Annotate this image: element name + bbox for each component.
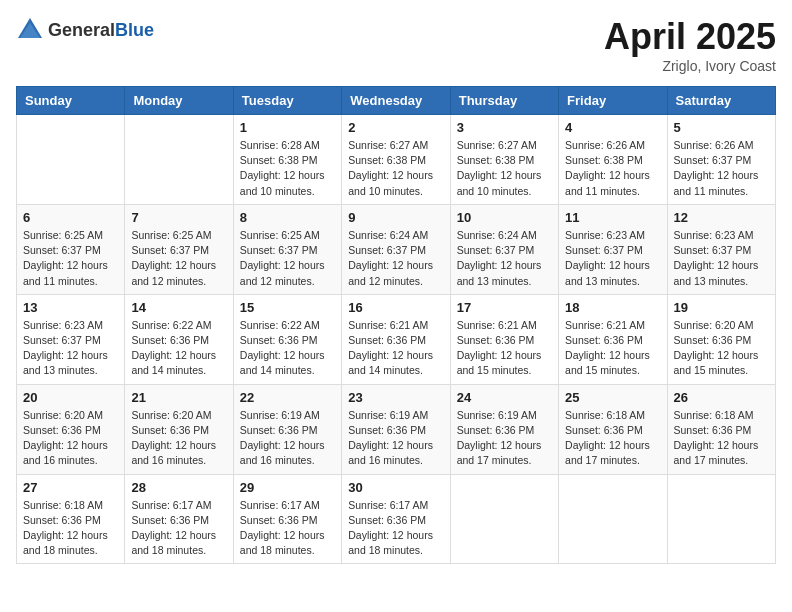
- day-number: 14: [131, 300, 226, 315]
- day-number: 8: [240, 210, 335, 225]
- calendar-cell: 4Sunrise: 6:26 AM Sunset: 6:38 PM Daylig…: [559, 115, 667, 205]
- calendar-cell: 10Sunrise: 6:24 AM Sunset: 6:37 PM Dayli…: [450, 204, 558, 294]
- month-title: April 2025: [604, 16, 776, 58]
- day-info: Sunrise: 6:21 AM Sunset: 6:36 PM Dayligh…: [565, 318, 660, 379]
- day-info: Sunrise: 6:22 AM Sunset: 6:36 PM Dayligh…: [240, 318, 335, 379]
- day-info: Sunrise: 6:18 AM Sunset: 6:36 PM Dayligh…: [23, 498, 118, 559]
- day-number: 20: [23, 390, 118, 405]
- day-info: Sunrise: 6:22 AM Sunset: 6:36 PM Dayligh…: [131, 318, 226, 379]
- calendar-cell: 22Sunrise: 6:19 AM Sunset: 6:36 PM Dayli…: [233, 384, 341, 474]
- calendar-cell: 20Sunrise: 6:20 AM Sunset: 6:36 PM Dayli…: [17, 384, 125, 474]
- calendar-cell: 14Sunrise: 6:22 AM Sunset: 6:36 PM Dayli…: [125, 294, 233, 384]
- calendar-week-row: 6Sunrise: 6:25 AM Sunset: 6:37 PM Daylig…: [17, 204, 776, 294]
- calendar-cell: 30Sunrise: 6:17 AM Sunset: 6:36 PM Dayli…: [342, 474, 450, 564]
- day-info: Sunrise: 6:19 AM Sunset: 6:36 PM Dayligh…: [348, 408, 443, 469]
- calendar-cell: 11Sunrise: 6:23 AM Sunset: 6:37 PM Dayli…: [559, 204, 667, 294]
- calendar-cell: 5Sunrise: 6:26 AM Sunset: 6:37 PM Daylig…: [667, 115, 775, 205]
- logo-blue-text: Blue: [115, 20, 154, 40]
- day-info: Sunrise: 6:28 AM Sunset: 6:38 PM Dayligh…: [240, 138, 335, 199]
- day-number: 9: [348, 210, 443, 225]
- day-number: 21: [131, 390, 226, 405]
- calendar-cell: [559, 474, 667, 564]
- calendar-cell: 18Sunrise: 6:21 AM Sunset: 6:36 PM Dayli…: [559, 294, 667, 384]
- calendar-cell: 13Sunrise: 6:23 AM Sunset: 6:37 PM Dayli…: [17, 294, 125, 384]
- calendar-cell: 8Sunrise: 6:25 AM Sunset: 6:37 PM Daylig…: [233, 204, 341, 294]
- day-info: Sunrise: 6:18 AM Sunset: 6:36 PM Dayligh…: [674, 408, 769, 469]
- day-info: Sunrise: 6:21 AM Sunset: 6:36 PM Dayligh…: [348, 318, 443, 379]
- day-number: 24: [457, 390, 552, 405]
- day-info: Sunrise: 6:20 AM Sunset: 6:36 PM Dayligh…: [674, 318, 769, 379]
- calendar-week-row: 1Sunrise: 6:28 AM Sunset: 6:38 PM Daylig…: [17, 115, 776, 205]
- calendar-table: SundayMondayTuesdayWednesdayThursdayFrid…: [16, 86, 776, 564]
- day-number: 18: [565, 300, 660, 315]
- calendar-week-row: 27Sunrise: 6:18 AM Sunset: 6:36 PM Dayli…: [17, 474, 776, 564]
- day-info: Sunrise: 6:26 AM Sunset: 6:38 PM Dayligh…: [565, 138, 660, 199]
- day-number: 1: [240, 120, 335, 135]
- day-number: 3: [457, 120, 552, 135]
- weekday-header-row: SundayMondayTuesdayWednesdayThursdayFrid…: [17, 87, 776, 115]
- day-number: 6: [23, 210, 118, 225]
- weekday-header: Monday: [125, 87, 233, 115]
- weekday-header: Saturday: [667, 87, 775, 115]
- day-number: 27: [23, 480, 118, 495]
- calendar-cell: 21Sunrise: 6:20 AM Sunset: 6:36 PM Dayli…: [125, 384, 233, 474]
- day-info: Sunrise: 6:25 AM Sunset: 6:37 PM Dayligh…: [131, 228, 226, 289]
- day-number: 29: [240, 480, 335, 495]
- day-number: 17: [457, 300, 552, 315]
- day-number: 16: [348, 300, 443, 315]
- calendar-week-row: 20Sunrise: 6:20 AM Sunset: 6:36 PM Dayli…: [17, 384, 776, 474]
- day-number: 19: [674, 300, 769, 315]
- calendar-cell: 25Sunrise: 6:18 AM Sunset: 6:36 PM Dayli…: [559, 384, 667, 474]
- day-number: 13: [23, 300, 118, 315]
- day-info: Sunrise: 6:21 AM Sunset: 6:36 PM Dayligh…: [457, 318, 552, 379]
- calendar-cell: 15Sunrise: 6:22 AM Sunset: 6:36 PM Dayli…: [233, 294, 341, 384]
- day-info: Sunrise: 6:20 AM Sunset: 6:36 PM Dayligh…: [23, 408, 118, 469]
- calendar-cell: 1Sunrise: 6:28 AM Sunset: 6:38 PM Daylig…: [233, 115, 341, 205]
- calendar-cell: 2Sunrise: 6:27 AM Sunset: 6:38 PM Daylig…: [342, 115, 450, 205]
- day-number: 22: [240, 390, 335, 405]
- logo-icon: [16, 16, 44, 44]
- day-info: Sunrise: 6:23 AM Sunset: 6:37 PM Dayligh…: [23, 318, 118, 379]
- calendar-cell: [667, 474, 775, 564]
- calendar-cell: [17, 115, 125, 205]
- day-number: 12: [674, 210, 769, 225]
- day-number: 26: [674, 390, 769, 405]
- day-info: Sunrise: 6:25 AM Sunset: 6:37 PM Dayligh…: [240, 228, 335, 289]
- day-number: 11: [565, 210, 660, 225]
- weekday-header: Friday: [559, 87, 667, 115]
- day-number: 25: [565, 390, 660, 405]
- day-number: 4: [565, 120, 660, 135]
- day-info: Sunrise: 6:23 AM Sunset: 6:37 PM Dayligh…: [565, 228, 660, 289]
- weekday-header: Tuesday: [233, 87, 341, 115]
- day-info: Sunrise: 6:17 AM Sunset: 6:36 PM Dayligh…: [348, 498, 443, 559]
- calendar-cell: 6Sunrise: 6:25 AM Sunset: 6:37 PM Daylig…: [17, 204, 125, 294]
- calendar-cell: 23Sunrise: 6:19 AM Sunset: 6:36 PM Dayli…: [342, 384, 450, 474]
- page-header: GeneralBlue April 2025 Zriglo, Ivory Coa…: [16, 16, 776, 74]
- calendar-cell: 19Sunrise: 6:20 AM Sunset: 6:36 PM Dayli…: [667, 294, 775, 384]
- calendar-cell: 29Sunrise: 6:17 AM Sunset: 6:36 PM Dayli…: [233, 474, 341, 564]
- day-info: Sunrise: 6:18 AM Sunset: 6:36 PM Dayligh…: [565, 408, 660, 469]
- day-info: Sunrise: 6:17 AM Sunset: 6:36 PM Dayligh…: [240, 498, 335, 559]
- calendar-cell: 9Sunrise: 6:24 AM Sunset: 6:37 PM Daylig…: [342, 204, 450, 294]
- day-number: 30: [348, 480, 443, 495]
- day-info: Sunrise: 6:19 AM Sunset: 6:36 PM Dayligh…: [457, 408, 552, 469]
- weekday-header: Sunday: [17, 87, 125, 115]
- day-number: 5: [674, 120, 769, 135]
- calendar-cell: 28Sunrise: 6:17 AM Sunset: 6:36 PM Dayli…: [125, 474, 233, 564]
- day-number: 28: [131, 480, 226, 495]
- day-info: Sunrise: 6:26 AM Sunset: 6:37 PM Dayligh…: [674, 138, 769, 199]
- day-info: Sunrise: 6:24 AM Sunset: 6:37 PM Dayligh…: [457, 228, 552, 289]
- calendar-cell: 27Sunrise: 6:18 AM Sunset: 6:36 PM Dayli…: [17, 474, 125, 564]
- day-info: Sunrise: 6:27 AM Sunset: 6:38 PM Dayligh…: [348, 138, 443, 199]
- weekday-header: Thursday: [450, 87, 558, 115]
- logo-general-text: General: [48, 20, 115, 40]
- title-block: April 2025 Zriglo, Ivory Coast: [604, 16, 776, 74]
- calendar-cell: [125, 115, 233, 205]
- day-number: 10: [457, 210, 552, 225]
- day-number: 2: [348, 120, 443, 135]
- day-number: 23: [348, 390, 443, 405]
- calendar-cell: 17Sunrise: 6:21 AM Sunset: 6:36 PM Dayli…: [450, 294, 558, 384]
- day-info: Sunrise: 6:19 AM Sunset: 6:36 PM Dayligh…: [240, 408, 335, 469]
- day-number: 7: [131, 210, 226, 225]
- location-text: Zriglo, Ivory Coast: [604, 58, 776, 74]
